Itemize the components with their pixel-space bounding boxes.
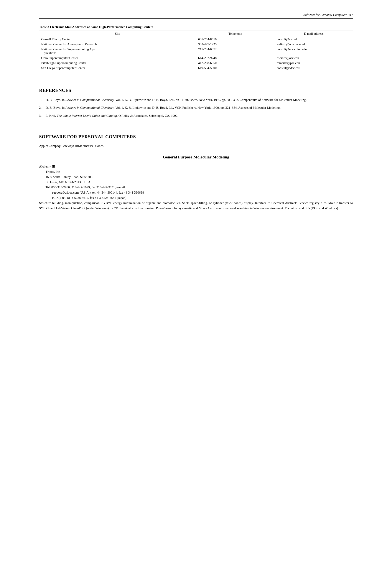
table-footer-row [39,71,353,72]
table-cell-site: Pittsburgh Supercomputing Center [39,60,196,66]
software-subtitle: Apple; Compaq; Gateway; IBM; other PC cl… [39,144,353,148]
table-title: Table 3 Electronic Mail Addresses of Som… [39,25,353,29]
ref-content: D. B. Boyd, in Reviews in Computational … [46,98,353,102]
list-item: 2.D. B. Boyd, in Reviews in Computationa… [39,105,353,110]
references-title: REFERENCES [39,88,353,93]
product-info-line: Tel. 800-323-2960, 314-647-1099, fax 314… [39,185,353,190]
product-info-line: support@tripos.com (U.S.A.), tel. 44-344… [39,190,353,195]
list-item: 3.E. Krol, The Whole Internet User's Gui… [39,113,353,118]
table-cell-site: National Center for Atmospheric Research [39,42,196,47]
references-section: REFERENCES 1.D. B. Boyd, in Reviews in C… [39,83,353,118]
software-title: SOFTWARE FOR PERSONAL COMPUTERS [39,134,353,140]
product-info-line: St. Louis, MO 63144-2913, U.S.A. [39,180,353,185]
col-telephone: Telephone [196,31,274,37]
table-row: Ohio Supercomputer Center614-292-9248osc… [39,56,353,60]
ref-content: D. B. Boyd, in Reviews in Computational … [46,105,353,110]
table-cell-email: scdinfo@ncar.ucar.edu [274,42,353,47]
references-list: 1.D. B. Boyd, in Reviews in Computationa… [39,98,353,118]
subsection-title: General Purpose Molecular Modeling [39,155,353,160]
page-header: Software for Personal Computers 317 [39,13,353,19]
table-cell-site: San Diego Supercomputer Center [39,66,196,71]
table-row: Pittsburgh Supercomputing Center412-268-… [39,60,353,66]
ref-number: 2. [39,105,46,110]
col-site: Site [39,31,196,37]
table-cell-site: National Center for Supercomputing Ap- p… [39,47,196,56]
product-info-line: (U.K.), tel. 81-3-5228-5617, fax 81-3-52… [39,195,353,200]
software-section: SOFTWARE FOR PERSONAL COMPUTERS Apple; C… [39,129,353,211]
ref-number: 3. [39,113,46,118]
table-cell-phone: 303-497-1225 [196,42,274,47]
product-info-line: 1699 South Hanley Road, Suite 303 [39,174,353,180]
table-cell-email: consult@sdsc.edu [274,66,353,71]
table-cell-email: consult@ctc.edu [274,37,353,42]
table-header-row: Site Telephone E-mail address [39,31,353,37]
ref-content: E. Krol, The Whole Internet User's Guide… [46,113,353,118]
table-row: Cornell Theory Center607-254-8610consult… [39,37,353,42]
list-item: 1.D. B. Boyd, in Reviews in Computationa… [39,98,353,102]
col-email: E-mail address [274,31,353,37]
header-text: Software for Personal Computers 317 [304,13,353,16]
table-section: Table 3 Electronic Mail Addresses of Som… [39,25,353,72]
product-info-line: Tripos, Inc. [39,169,353,174]
table-row: National Center for Atmospheric Research… [39,42,353,47]
table-row: San Diego Supercomputer Center619-534-50… [39,66,353,71]
product-description: Structure building, manipulation, compar… [39,200,353,211]
table-row: National Center for Supercomputing Ap- p… [39,47,353,56]
table-cell-site: Cornell Theory Center [39,37,196,42]
ref-number: 1. [39,98,46,102]
products-list: Alchemy IIITripos, Inc.1699 South Hanley… [39,164,353,211]
table-cell-phone: 217-244-0072 [196,47,274,56]
data-table: Site Telephone E-mail address Cornell Th… [39,30,353,72]
product-name: Alchemy III [39,164,353,169]
table-cell-site: Ohio Supercomputer Center [39,56,196,60]
table-cell-email: consult@ncsa.uiuc.edu [274,47,353,56]
table-cell-phone: 412-268-6350 [196,60,274,66]
list-item: Alchemy IIITripos, Inc.1699 South Hanley… [39,164,353,211]
table-cell-phone: 619-534-5000 [196,66,274,71]
table-cell-email: oscinfo@osc.edu [274,56,353,60]
table-cell-phone: 614-292-9248 [196,56,274,60]
table-cell-email: remarks@psc.edu [274,60,353,66]
table-cell-phone: 607-254-8610 [196,37,274,42]
